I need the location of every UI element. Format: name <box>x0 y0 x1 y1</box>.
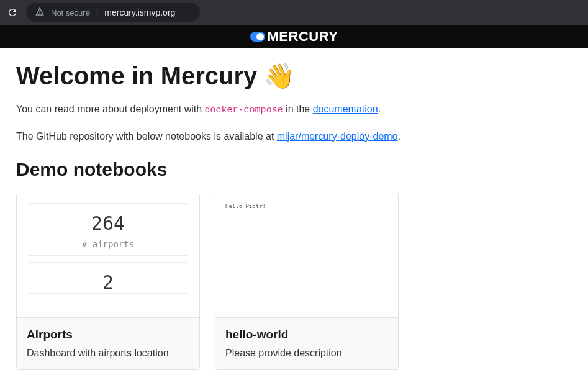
hello-preview-text: Hello Piotr! <box>225 203 388 209</box>
page-title: Welcome in Mercury 👋 <box>16 61 572 91</box>
not-secure-label: Not secure <box>51 8 90 17</box>
stat-number: 2 <box>27 271 189 293</box>
stat-box: 2 <box>27 262 189 294</box>
card-description: Dashboard with airports location <box>27 348 189 359</box>
intro2-post: . <box>398 131 400 142</box>
top-banner: MERCURY <box>0 25 588 48</box>
intro1-post: . <box>378 104 381 114</box>
notebook-card-airports[interactable]: 264 # airports 2 Airports Dashboard with… <box>16 193 200 370</box>
intro2-pre: The GitHub repository with below noteboo… <box>16 131 277 142</box>
card-title: Airports <box>27 328 189 342</box>
airports-preview: 264 # airports 2 <box>27 203 189 294</box>
documentation-link[interactable]: documentation <box>313 104 378 114</box>
intro1-mid: in the <box>283 104 313 114</box>
intro1-pre: You can read more about deployment with <box>16 104 205 114</box>
reload-button[interactable] <box>5 5 20 20</box>
notebook-cards: 264 # airports 2 Airports Dashboard with… <box>16 193 572 370</box>
stat-label: # airports <box>34 239 183 249</box>
brand-logo[interactable]: MERCURY <box>250 29 338 45</box>
stat-number: 264 <box>34 212 183 234</box>
card-description: Please provide description <box>225 348 388 359</box>
card-preview: 264 # airports 2 <box>17 193 199 317</box>
main-content: Welcome in Mercury 👋 You can read more a… <box>0 48 588 382</box>
url-text: mercury.ismvp.org <box>104 7 175 17</box>
card-title: hello-world <box>225 328 388 342</box>
toggle-icon <box>250 32 265 42</box>
card-body: Airports Dashboard with airports locatio… <box>17 317 199 369</box>
browser-address-bar: Not secure | mercury.ismvp.org <box>0 0 588 25</box>
address-area[interactable]: Not secure | mercury.ismvp.org <box>26 3 200 22</box>
intro-line-2: The GitHub repository with below noteboo… <box>16 129 572 144</box>
card-preview: Hello Piotr! <box>215 193 398 317</box>
repo-link[interactable]: mljar/mercury-deploy-demo <box>277 131 398 142</box>
notebook-card-hello-world[interactable]: Hello Piotr! hello-world Please provide … <box>215 193 399 370</box>
not-secure-icon <box>35 6 45 19</box>
intro-line-1: You can read more about deployment with … <box>16 102 572 118</box>
brand-name: MERCURY <box>268 29 338 45</box>
card-body: hello-world Please provide description <box>215 317 398 369</box>
reload-icon <box>7 7 18 18</box>
intro1-code: docker-compose <box>205 105 283 116</box>
demo-heading: Demo notebooks <box>16 159 572 180</box>
stat-box: 264 # airports <box>27 203 189 256</box>
address-divider: | <box>96 8 98 17</box>
